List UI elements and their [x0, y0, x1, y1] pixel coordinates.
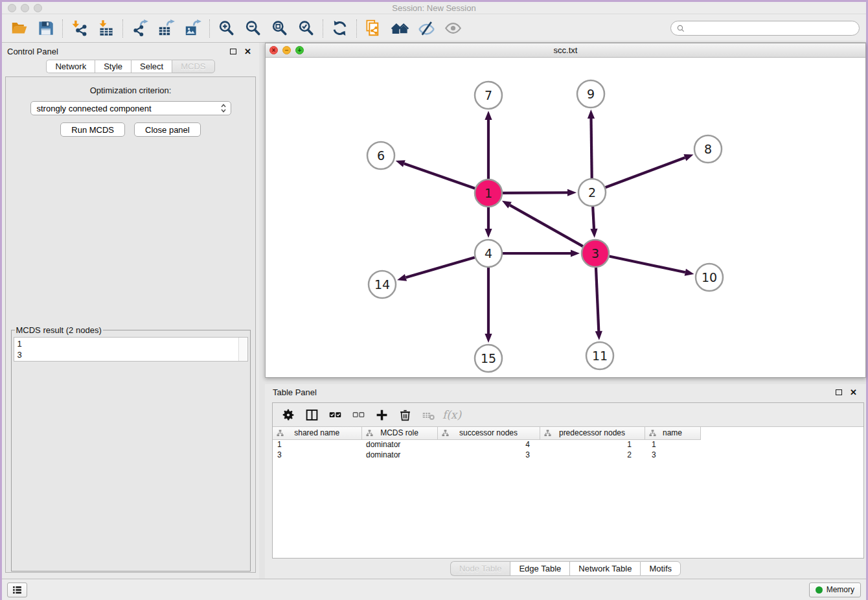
zoom-selected-button[interactable] — [293, 17, 319, 40]
import-table-button[interactable] — [93, 17, 119, 40]
show-all-button[interactable] — [440, 17, 466, 40]
function-builder-button[interactable]: f(x) — [442, 406, 461, 424]
edge-1-2[interactable] — [503, 189, 577, 196]
node-7[interactable]: 7 — [475, 82, 502, 109]
refresh-network-button[interactable] — [326, 17, 353, 40]
horizontal-splitter[interactable] — [265, 378, 866, 384]
node-3[interactable]: 3 — [582, 240, 609, 267]
node-6[interactable]: 6 — [367, 142, 394, 169]
close-network-button[interactable] — [269, 46, 278, 54]
node-11[interactable]: 11 — [586, 342, 613, 369]
export-table-button[interactable] — [153, 17, 179, 40]
table-cell[interactable]: 3 — [437, 450, 540, 460]
edge-4-15[interactable] — [485, 268, 492, 343]
settings-button[interactable] — [279, 406, 298, 424]
column-header-name[interactable]: name — [645, 427, 700, 439]
memory-button[interactable]: Memory — [809, 583, 861, 597]
tab-style[interactable]: Style — [95, 60, 131, 73]
unselect-all-columns-button[interactable] — [349, 406, 368, 424]
float-table-panel-icon[interactable] — [836, 389, 842, 395]
run-mcds-button[interactable]: Run MCDS — [60, 122, 125, 137]
table-cell[interactable]: 1 — [645, 439, 700, 450]
panel-splitter[interactable] — [259, 43, 265, 579]
edge-1-6[interactable] — [396, 160, 475, 188]
table-cell[interactable]: 3 — [645, 450, 700, 460]
close-control-panel-icon[interactable] — [244, 48, 251, 55]
select-all-columns-button[interactable] — [326, 406, 345, 424]
tab-node-table[interactable]: Node Table — [450, 561, 510, 576]
close-panel-button[interactable]: Close panel — [134, 122, 201, 137]
tab-network-table[interactable]: Network Table — [569, 561, 640, 576]
zoom-out-button[interactable] — [240, 17, 266, 40]
zoom-out-icon — [244, 19, 262, 37]
delete-table-button[interactable] — [419, 406, 438, 424]
tab-network[interactable]: Network — [46, 60, 95, 73]
hide-selected-button[interactable] — [413, 17, 440, 40]
network-window: scc.txt 7968124314101511 — [265, 43, 866, 378]
tab-mcds[interactable]: MCDS — [172, 60, 214, 73]
mcds-result-item[interactable]: 3 — [17, 349, 244, 360]
maximize-network-button[interactable] — [295, 46, 304, 54]
memory-label: Memory — [827, 585, 854, 594]
edge-4-3[interactable] — [503, 249, 580, 257]
export-network-button[interactable] — [126, 17, 153, 40]
node-2[interactable]: 2 — [578, 179, 606, 206]
table-cell[interactable]: 1 — [540, 439, 645, 450]
tab-select[interactable]: Select — [131, 60, 172, 73]
edge-2-9[interactable] — [588, 110, 595, 178]
mcds-buttons: Run MCDS Close panel — [60, 122, 200, 137]
table-cell[interactable]: 4 — [437, 439, 540, 450]
open-file-button[interactable] — [6, 17, 32, 40]
export-image-button[interactable] — [179, 17, 206, 40]
node-4[interactable]: 4 — [475, 240, 502, 267]
edge-1-7[interactable] — [485, 111, 492, 179]
close-table-panel-icon[interactable] — [850, 389, 857, 396]
minimize-network-button[interactable] — [282, 46, 291, 54]
mcds-result-list[interactable]: 13 — [14, 337, 248, 362]
criterion-select[interactable]: strongly connected component — [30, 101, 231, 115]
save-session-icon — [37, 19, 54, 37]
edge-1-4[interactable] — [485, 207, 492, 238]
new-network-from-selection-button[interactable] — [360, 17, 387, 40]
table-row[interactable]: 1dominator411 — [273, 439, 863, 450]
node-14[interactable]: 14 — [369, 271, 396, 298]
node-10[interactable]: 10 — [696, 264, 723, 291]
table-cell[interactable]: 2 — [540, 450, 645, 460]
node-8[interactable]: 8 — [694, 135, 722, 163]
column-header-MCDS-role[interactable]: MCDS role — [361, 427, 437, 439]
zoom-fit-button[interactable] — [266, 17, 293, 40]
edge-3-11[interactable] — [595, 268, 602, 340]
import-network-button[interactable] — [66, 17, 93, 40]
edge-3-10[interactable] — [610, 257, 694, 276]
column-header-predecessor-nodes[interactable]: predecessor nodes — [540, 427, 645, 439]
table-row[interactable]: 3dominator323 — [273, 450, 863, 460]
tab-motifs[interactable]: Motifs — [640, 561, 681, 576]
table-cell[interactable]: dominator — [361, 439, 437, 450]
node-15[interactable]: 15 — [475, 345, 502, 372]
show-panels-button[interactable] — [7, 583, 27, 597]
search-box[interactable] — [670, 21, 860, 36]
delete-columns-button[interactable] — [396, 406, 415, 424]
add-column-button[interactable] — [372, 406, 391, 424]
edge-2-3[interactable] — [590, 207, 597, 238]
split-panel-button[interactable] — [303, 406, 321, 424]
table-cell[interactable]: 3 — [273, 450, 361, 460]
first-neighbors-button[interactable] — [387, 17, 413, 40]
table-cell[interactable]: dominator — [361, 450, 437, 460]
network-canvas[interactable]: 7968124314101511 — [266, 58, 865, 377]
column-header-shared-name[interactable]: shared name — [273, 427, 361, 439]
table-cell[interactable]: 1 — [273, 439, 361, 450]
save-session-button[interactable] — [32, 17, 59, 40]
edge-2-8[interactable] — [606, 154, 694, 187]
table-panel-title: Table Panel — [273, 387, 317, 397]
search-input[interactable] — [689, 23, 854, 33]
mcds-result-item[interactable]: 1 — [17, 338, 244, 349]
tab-edge-table[interactable]: Edge Table — [510, 561, 569, 576]
edge-3-1[interactable] — [502, 201, 583, 246]
column-header-successor-nodes[interactable]: successor nodes — [437, 427, 540, 439]
float-panel-icon[interactable] — [230, 49, 236, 54]
node-9[interactable]: 9 — [577, 80, 604, 108]
edge-4-14[interactable] — [397, 257, 475, 281]
node-1[interactable]: 1 — [475, 179, 502, 207]
zoom-in-button[interactable] — [213, 17, 240, 40]
